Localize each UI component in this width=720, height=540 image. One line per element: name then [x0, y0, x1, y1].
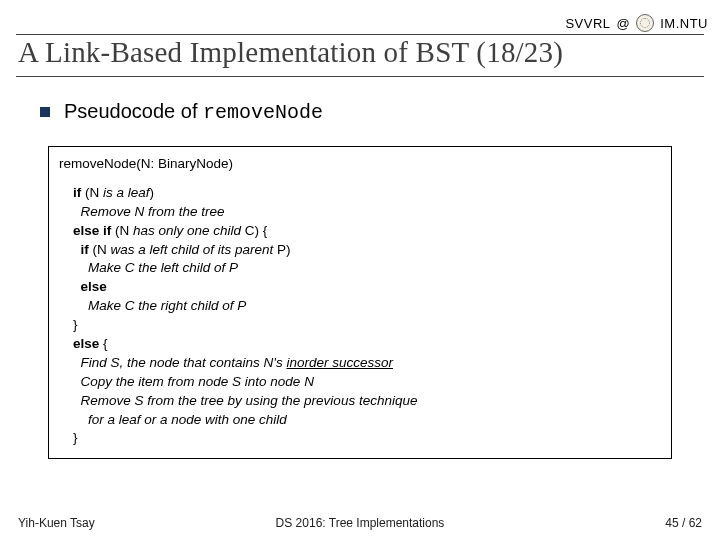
title-rule-bottom — [16, 76, 704, 77]
code-line: } — [73, 429, 661, 448]
code-line: Make C the right child of P — [73, 297, 661, 316]
code-line: } — [73, 316, 661, 335]
footer: Yih-Kuen Tsay DS 2016: Tree Implementati… — [18, 516, 702, 530]
slide-title: A Link-Based Implementation of BST (18/2… — [18, 36, 702, 75]
code-line: else { — [73, 335, 661, 354]
code-body: if (N is a leaf) Remove N from the treee… — [59, 184, 661, 448]
footer-course: DS 2016: Tree Implementations — [18, 516, 702, 530]
pseudocode-box: removeNode(N: BinaryNode) if (N is a lea… — [48, 146, 672, 459]
section-code-name: removeNode — [203, 101, 323, 124]
code-line: else — [73, 278, 661, 297]
header-at: @ — [617, 16, 631, 31]
code-line: if (N is a leaf) — [73, 184, 661, 203]
code-line: for a leaf or a node with one child — [73, 411, 661, 430]
code-line: Copy the item from node S into node N — [73, 373, 661, 392]
code-line: Remove S from the tree by using the prev… — [73, 392, 661, 411]
header-bar: SVVRL @ IM.NTU — [565, 14, 708, 32]
code-line: Make C the left child of P — [73, 259, 661, 278]
section-heading: Pseudocode of removeNode — [40, 100, 323, 124]
code-line: else if (N has only one child C) { — [73, 222, 661, 241]
title-rule-top — [16, 34, 704, 35]
ntu-logo-icon — [636, 14, 654, 32]
header-right: IM.NTU — [660, 16, 708, 31]
section-prefix: Pseudocode of — [64, 100, 203, 122]
header-left: SVVRL — [565, 16, 610, 31]
code-line: Find S, the node that contains N's inord… — [73, 354, 661, 373]
section-text: Pseudocode of removeNode — [64, 100, 323, 124]
code-signature: removeNode(N: BinaryNode) — [59, 155, 661, 174]
square-bullet-icon — [40, 107, 50, 117]
code-line: Remove N from the tree — [73, 203, 661, 222]
code-line: if (N was a left child of its parent P) — [73, 241, 661, 260]
